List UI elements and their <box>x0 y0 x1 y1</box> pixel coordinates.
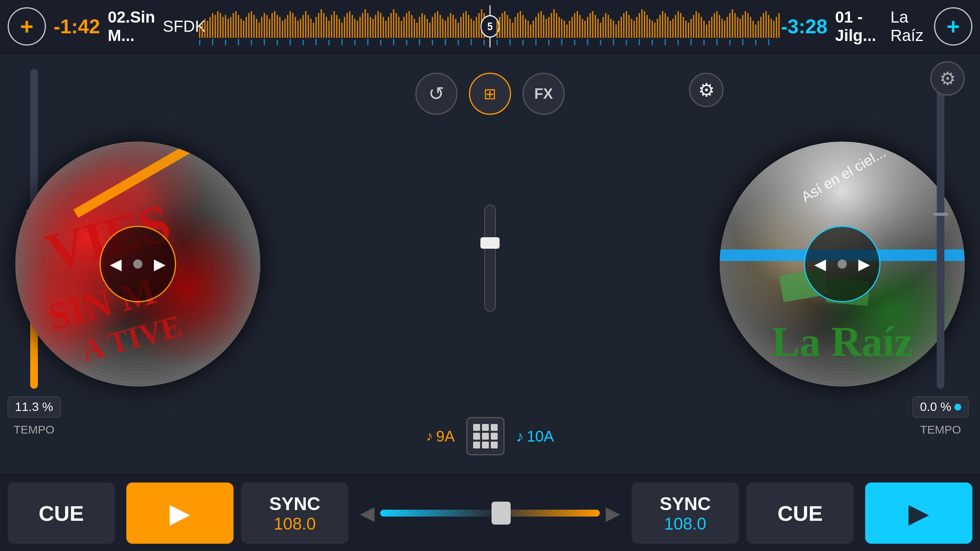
svg-rect-180 <box>608 15 609 38</box>
tempo-handle-right[interactable] <box>933 213 948 216</box>
crossfader-arrow-left[interactable]: ◀ <box>360 502 374 524</box>
svg-rect-40 <box>302 15 304 38</box>
artist-right: La Raíz <box>890 8 926 45</box>
settings-gear-button[interactable]: ⚙ <box>930 61 965 96</box>
waveform-display[interactable]: 5 <box>199 5 781 47</box>
sync-button-left[interactable]: SYNC 108.0 <box>241 483 348 544</box>
svg-rect-49 <box>326 17 327 38</box>
svg-rect-39 <box>300 19 301 38</box>
mixer-button[interactable]: ⊞ <box>469 73 511 115</box>
svg-rect-112 <box>212 39 213 45</box>
cue-button-left[interactable]: CUE <box>8 483 115 544</box>
svg-rect-82 <box>411 15 412 38</box>
svg-rect-224 <box>722 19 723 38</box>
cue-button-right[interactable]: CUE <box>746 483 854 544</box>
sync-button-right[interactable]: SYNC 108.0 <box>632 483 739 544</box>
reload-button[interactable]: ↺ <box>415 73 457 115</box>
play-button-left[interactable]: ▶ <box>126 483 234 544</box>
svg-rect-178 <box>603 17 604 38</box>
svg-rect-96 <box>448 17 449 38</box>
grid-dot <box>491 433 498 440</box>
svg-rect-254 <box>587 39 588 45</box>
svg-rect-221 <box>714 13 715 38</box>
channel-fader[interactable] <box>477 205 503 327</box>
svg-rect-2 <box>204 19 206 38</box>
svg-rect-32 <box>282 21 283 38</box>
svg-rect-262 <box>691 39 692 45</box>
svg-rect-231 <box>740 19 741 38</box>
svg-rect-6 <box>215 15 216 38</box>
next-arrow-left[interactable]: ▶ <box>154 255 166 273</box>
svg-rect-68 <box>375 15 376 38</box>
svg-rect-70 <box>380 13 381 38</box>
svg-rect-18 <box>246 17 247 38</box>
svg-rect-228 <box>732 9 733 38</box>
svg-rect-28 <box>271 13 273 38</box>
svg-rect-65 <box>367 13 368 38</box>
svg-rect-84 <box>416 23 417 38</box>
svg-rect-114 <box>238 39 239 45</box>
svg-rect-255 <box>600 40 601 45</box>
crossfader-handle[interactable] <box>492 502 511 525</box>
channel-fader-handle[interactable] <box>480 237 500 249</box>
tempo-slider-right[interactable]: 0.0 % TEMPO <box>913 69 969 436</box>
svg-rect-217 <box>703 21 704 38</box>
svg-rect-85 <box>419 17 420 38</box>
svg-rect-8 <box>220 13 221 38</box>
svg-rect-137 <box>497 21 498 38</box>
play-button-right[interactable]: ▶ <box>865 483 972 544</box>
settings-button[interactable]: ⚙ <box>689 73 724 107</box>
svg-rect-99 <box>455 19 456 38</box>
prev-arrow-left[interactable]: ◀ <box>110 255 122 273</box>
crossfader-track[interactable] <box>380 510 600 517</box>
svg-rect-223 <box>719 15 720 38</box>
svg-rect-149 <box>528 21 529 38</box>
note-icon-left: ♪ <box>426 428 433 444</box>
svg-rect-100 <box>458 23 459 38</box>
center-dot-right <box>838 259 847 269</box>
key-display-right: ♪ 10A <box>516 428 554 445</box>
next-arrow-right[interactable]: ▶ <box>858 255 870 273</box>
grid-button[interactable] <box>466 417 505 455</box>
svg-rect-253 <box>574 40 575 45</box>
add-track-right-button[interactable]: + <box>934 7 972 46</box>
svg-rect-31 <box>279 17 280 38</box>
bpm-left: 108.0 <box>274 514 316 533</box>
svg-rect-101 <box>460 17 461 38</box>
svg-rect-55 <box>341 23 343 38</box>
channel-fader-track[interactable] <box>484 205 496 312</box>
svg-text:Así en el ciel...: Así en el ciel... <box>799 144 889 205</box>
grid-dot <box>482 433 489 440</box>
right-deck: Así en el ciel... La Raíz ◀ ▶ <box>704 54 980 474</box>
svg-rect-238 <box>758 21 759 38</box>
svg-rect-36 <box>292 13 293 38</box>
svg-rect-66 <box>370 17 371 38</box>
tempo-fill-right <box>937 69 944 389</box>
time-left: -1:42 <box>54 15 100 38</box>
svg-rect-256 <box>613 39 614 45</box>
svg-rect-20 <box>251 11 252 38</box>
svg-rect-125 <box>380 40 381 45</box>
svg-rect-182 <box>613 21 614 38</box>
tempo-track-right[interactable] <box>937 69 944 389</box>
vinyl-center-controls-left: ◀ ▶ <box>110 255 166 273</box>
vinyl-left[interactable]: VIES SIN M A TIVE ◀ ▶ <box>15 142 260 386</box>
svg-rect-15 <box>238 15 239 38</box>
svg-text:5: 5 <box>487 20 493 33</box>
svg-rect-98 <box>452 15 454 38</box>
svg-rect-209 <box>683 17 684 38</box>
fx-button[interactable]: FX <box>523 73 565 115</box>
crossfader-arrow-right[interactable]: ▶ <box>606 502 620 524</box>
svg-rect-11 <box>227 19 229 38</box>
svg-rect-159 <box>554 9 555 38</box>
svg-rect-128 <box>419 39 420 45</box>
add-track-left-button[interactable]: + <box>8 7 46 46</box>
svg-rect-150 <box>530 24 531 38</box>
svg-rect-60 <box>354 19 355 38</box>
play-icon-right: ▶ <box>908 497 929 529</box>
svg-rect-92 <box>437 11 438 38</box>
svg-rect-23 <box>258 23 260 38</box>
svg-rect-156 <box>546 19 547 38</box>
prev-arrow-right[interactable]: ◀ <box>814 255 826 273</box>
fx-label: FX <box>534 86 553 102</box>
